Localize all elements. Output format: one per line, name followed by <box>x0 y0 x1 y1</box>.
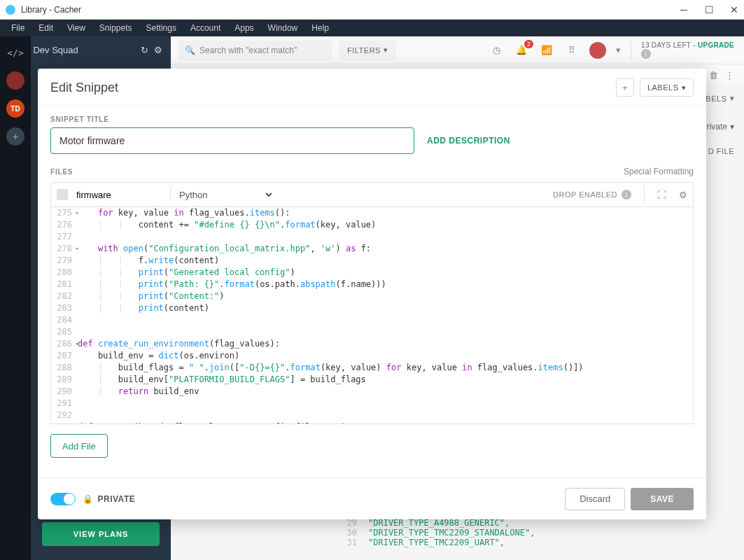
bg-addfile: D FILE <box>708 147 734 155</box>
chevron-down-icon: ▾ <box>682 83 687 92</box>
code-line[interactable]: 291 <box>51 398 693 410</box>
more-icon[interactable]: ⋮ <box>725 70 734 80</box>
code-line[interactable]: 284 <box>51 314 693 326</box>
snippet-title-input[interactable] <box>50 127 414 154</box>
modal-footer: 🔒 PRIVATE Discard SAVE <box>38 477 706 519</box>
bell-icon[interactable]: 🔔2 <box>514 43 529 58</box>
code-icon[interactable]: </> <box>6 43 24 62</box>
save-button[interactable]: SAVE <box>631 488 694 510</box>
code-line[interactable]: 278▾ with open("Configuration_local_matr… <box>51 243 693 255</box>
code-line[interactable]: 280 | | print("Generated local config") <box>51 267 693 279</box>
search-placeholder: Search with "exact match" <box>199 46 297 55</box>
menu-settings[interactable]: Settings <box>139 23 183 33</box>
menu-apps[interactable]: Apps <box>227 23 260 33</box>
file-language-select[interactable]: Python <box>176 186 274 203</box>
upgrade-link[interactable]: UPGRADE <box>698 41 734 49</box>
code-line[interactable]: 287 build_env = dict(os.environ) <box>51 350 693 362</box>
code-line[interactable]: 283 | | print(content) <box>51 302 693 314</box>
search-icon: 🔍 <box>185 46 195 55</box>
apps-icon[interactable]: ⠿ <box>564 43 580 58</box>
menu-account[interactable]: Account <box>183 23 227 33</box>
minimize-button[interactable]: ─ <box>680 6 688 14</box>
trial-status: 13 DAYS LEFT - UPGRADE i <box>631 41 734 59</box>
code-line[interactable]: 286▾def create_run_environment(flag_valu… <box>51 338 693 350</box>
window-titlebar: Library - Cacher ─ ☐ ✕ <box>0 0 744 20</box>
code-line[interactable]: 290 | return build_env <box>51 386 693 398</box>
file-name-input[interactable] <box>73 186 164 203</box>
timer-icon[interactable]: ◷ <box>489 43 504 58</box>
code-line[interactable]: 282 | | print("Content:") <box>51 290 693 302</box>
menu-help[interactable]: Help <box>304 23 336 33</box>
code-line[interactable]: 276 | | content += "#define {} {}\n".for… <box>51 219 693 231</box>
rss-icon[interactable]: 📶 <box>539 43 554 58</box>
info-icon[interactable]: i <box>622 190 631 200</box>
info-icon[interactable]: i <box>641 49 651 59</box>
window-title: Library - Cacher <box>21 5 680 15</box>
bg-actions: 🗑 ⋮ <box>709 70 734 80</box>
chevron-down-icon: ▾ <box>384 46 388 55</box>
menu-edit[interactable]: Edit <box>31 23 60 33</box>
file-toolbar: Python DROP ENABLED i ⛶ ⚙ <box>50 182 694 207</box>
team-avatar-1[interactable] <box>6 71 24 90</box>
close-button[interactable]: ✕ <box>730 6 738 14</box>
filters-button[interactable]: FILTERS ▾ <box>339 41 396 60</box>
menu-file[interactable]: File <box>4 23 31 33</box>
bg-code: 29"DRIVER_TYPE_A4988_GENERIC",30"DRIVER_… <box>343 518 744 560</box>
view-plans-button[interactable]: VIEW PLANS <box>42 522 160 546</box>
refresh-icon[interactable]: ↻ <box>141 45 148 55</box>
gear-icon[interactable]: ⚙ <box>679 190 687 200</box>
team-avatar-td[interactable]: TD <box>6 99 24 118</box>
add-file-button[interactable]: Add File <box>50 434 108 458</box>
gear-icon[interactable]: ⚙ <box>154 45 162 55</box>
maximize-button[interactable]: ☐ <box>705 6 713 14</box>
edit-snippet-modal: Edit Snippet + LABELS ▾ SNIPPET TITLE AD… <box>38 69 706 519</box>
left-rail: </> TD + <box>0 36 31 560</box>
code-line[interactable]: 285 <box>51 326 693 338</box>
add-description-button[interactable]: ADD DESCRIPTION <box>427 136 510 146</box>
code-line[interactable]: 277 <box>51 231 693 243</box>
files-label: FILES <box>50 168 624 176</box>
fullscreen-icon[interactable]: ⛶ <box>657 190 666 200</box>
trash-icon[interactable]: 🗑 <box>709 70 718 80</box>
discard-button[interactable]: Discard <box>565 488 625 510</box>
menu-view[interactable]: View <box>60 23 92 33</box>
code-line[interactable]: 293▾def execute(board, flag_values, use_… <box>51 421 693 424</box>
menubar: FileEditViewSnippetsSettingsAccountAppsW… <box>0 20 744 36</box>
add-team-icon[interactable]: + <box>6 127 24 146</box>
code-line[interactable]: 289 | build_env["PLATFORMIO_BUILD_FLAGS"… <box>51 374 693 386</box>
menu-window[interactable]: Window <box>261 23 305 33</box>
modal-title: Edit Snippet <box>50 80 616 95</box>
code-editor[interactable]: 275▾ for key, value in flag_values.items… <box>50 207 694 424</box>
code-line[interactable]: 279 | | f.write(content) <box>51 255 693 267</box>
lock-icon: 🔒 <box>83 494 94 504</box>
top-toolbar: Temp Dev Squad ↻ ⚙ 🔍 Search with "exact … <box>0 36 744 64</box>
file-icon <box>57 189 68 200</box>
menu-snippets[interactable]: Snippets <box>92 23 139 33</box>
drop-enabled-label: DROP ENABLED i <box>553 190 631 200</box>
code-line[interactable]: 288 | build_flags = " ".join(["-D{}={}".… <box>51 362 693 374</box>
private-label: 🔒 PRIVATE <box>83 494 135 504</box>
code-line[interactable]: 292 <box>51 410 693 421</box>
code-line[interactable]: 281 | | print("Path: {}".format(os.path.… <box>51 279 693 290</box>
snippet-title-label: SNIPPET TITLE <box>50 115 694 123</box>
special-formatting-link[interactable]: Special Formatting <box>624 167 694 176</box>
avatar[interactable] <box>589 42 606 59</box>
app-icon <box>6 5 15 15</box>
labels-dropdown[interactable]: LABELS ▾ <box>640 78 694 97</box>
code-line[interactable]: 275▾ for key, value in flag_values.items… <box>51 207 693 219</box>
notification-badge: 2 <box>524 40 533 48</box>
modal-header: Edit Snippet + LABELS ▾ <box>38 69 706 106</box>
chevron-down-icon[interactable]: ▾ <box>616 45 621 55</box>
add-label-button[interactable]: + <box>616 78 634 97</box>
search-input[interactable]: 🔍 Search with "exact match" <box>178 41 332 60</box>
private-toggle[interactable] <box>50 493 76 505</box>
